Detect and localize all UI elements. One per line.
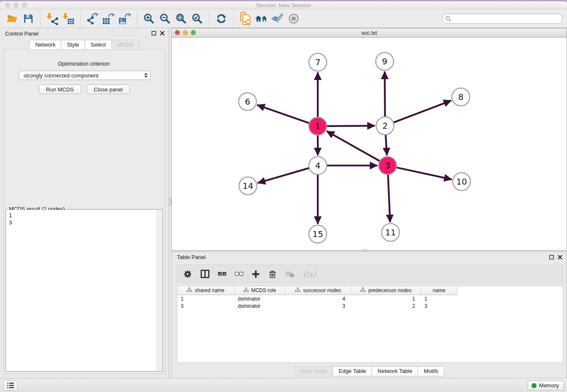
column-type-icon bbox=[360, 287, 366, 293]
mcds-result-text[interactable]: 13 bbox=[6, 210, 162, 371]
save-icon[interactable] bbox=[20, 11, 36, 27]
table-row[interactable]: 1dominator411 bbox=[177, 295, 563, 302]
graph-edge[interactable] bbox=[396, 167, 452, 179]
tab-network[interactable]: Network bbox=[29, 40, 61, 50]
column-header[interactable]: successor nodes bbox=[285, 286, 351, 295]
network-file-icon[interactable] bbox=[237, 11, 253, 27]
graph-edge[interactable] bbox=[327, 131, 380, 161]
zoom-in-icon[interactable] bbox=[141, 11, 157, 27]
add-column-icon[interactable] bbox=[252, 270, 260, 278]
zoom-fit-icon[interactable] bbox=[173, 11, 189, 27]
column-header[interactable]: MCDS role bbox=[234, 286, 285, 295]
search-field[interactable] bbox=[442, 14, 563, 24]
tab-mcds[interactable]: MCDS bbox=[111, 40, 139, 50]
table-header-row: shared nameMCDS rolesuccessor nodesprede… bbox=[177, 286, 457, 295]
tab-network-table[interactable]: Network Table bbox=[372, 366, 418, 376]
table-cell: 4 bbox=[285, 296, 351, 302]
graph-edge[interactable] bbox=[327, 126, 375, 126]
list-icon bbox=[7, 382, 14, 389]
table-cell: 3 bbox=[285, 303, 351, 309]
delete-column-icon[interactable] bbox=[268, 270, 277, 279]
table-cell: dominator bbox=[234, 303, 285, 309]
graph-node-label: 2 bbox=[383, 121, 388, 131]
graph-node-label: 9 bbox=[382, 56, 388, 66]
column-header-label: name bbox=[432, 287, 445, 293]
table-cell: 1 bbox=[351, 296, 421, 302]
task-history-button[interactable] bbox=[3, 380, 18, 391]
column-header[interactable]: predecessor nodes bbox=[351, 286, 421, 295]
export-network-icon[interactable] bbox=[85, 11, 101, 27]
select-all-checkboxes-icon[interactable] bbox=[218, 272, 226, 276]
table-row[interactable]: 3dominator323 bbox=[177, 302, 563, 309]
column-header-label: predecessor nodes bbox=[368, 287, 411, 293]
delete-table-icon[interactable] bbox=[285, 271, 295, 278]
export-table-icon[interactable] bbox=[101, 11, 117, 27]
import-network-icon[interactable] bbox=[44, 11, 61, 27]
vertical-splitter-handle[interactable] bbox=[168, 198, 171, 206]
window-title: Session: New Session bbox=[0, 2, 567, 8]
close-panel-button[interactable]: Close panel bbox=[87, 85, 130, 94]
hide-annotations-icon[interactable] bbox=[270, 11, 286, 27]
tab-motifs[interactable]: Motifs bbox=[418, 366, 444, 376]
tab-style[interactable]: Style bbox=[61, 40, 85, 50]
column-header[interactable]: shared name bbox=[177, 286, 234, 295]
graph-node-label: 8 bbox=[458, 92, 464, 102]
graph-edge[interactable] bbox=[257, 105, 310, 123]
network-window-titlebar[interactable]: ✕ − + scc.txt bbox=[172, 28, 567, 38]
application-window: Session: New Session bbox=[0, 1, 567, 392]
refresh-layout-icon[interactable] bbox=[213, 11, 229, 27]
table-cell: 1 bbox=[177, 296, 234, 302]
tab-node-table[interactable]: Node Table bbox=[294, 366, 333, 376]
tab-edge-table[interactable]: Edge Table bbox=[333, 366, 372, 376]
open-folder-icon[interactable] bbox=[4, 11, 20, 27]
memory-status-icon bbox=[531, 383, 537, 388]
optimization-criterion-select[interactable]: strongly connected component bbox=[19, 71, 151, 80]
close-panel-icon[interactable] bbox=[160, 31, 165, 36]
selected-criterion: strongly connected component bbox=[24, 72, 144, 79]
deselect-checkboxes-icon[interactable] bbox=[235, 272, 243, 276]
table-cell: dominator bbox=[234, 296, 285, 302]
graph-edge[interactable] bbox=[394, 101, 451, 123]
column-header[interactable]: name bbox=[421, 286, 457, 295]
memory-button[interactable]: Memory bbox=[528, 381, 564, 390]
table-panel: Table Panel bbox=[171, 251, 567, 379]
select-arrows-icon bbox=[144, 73, 148, 78]
mcds-result-line: 1 bbox=[9, 212, 162, 219]
node-table[interactable]: shared nameMCDS rolesuccessor nodesprede… bbox=[177, 286, 563, 363]
run-mcds-button[interactable]: Run MCDS bbox=[39, 85, 81, 94]
table-body: 1dominator4113dominator323 bbox=[177, 295, 563, 309]
search-input[interactable] bbox=[454, 16, 559, 22]
function-builder-icon[interactable]: f(x) bbox=[303, 270, 316, 279]
table-cell: 3 bbox=[177, 303, 234, 309]
tab-select[interactable]: Select bbox=[85, 40, 112, 50]
toolbar-separator bbox=[80, 11, 81, 26]
homes-icon[interactable] bbox=[253, 11, 270, 27]
graph-edge[interactable] bbox=[385, 72, 385, 117]
float-table-panel-icon[interactable] bbox=[549, 255, 554, 259]
column-header-label: MCDS role bbox=[251, 287, 276, 293]
table-cell: 3 bbox=[421, 303, 457, 309]
split-columns-icon[interactable] bbox=[201, 270, 209, 278]
graph-node-label: 4 bbox=[315, 160, 321, 171]
network-window-title: scc.txt bbox=[172, 30, 567, 36]
export-image-icon[interactable] bbox=[117, 11, 133, 27]
table-tabs: Node Table Edge Table Network Table Moti… bbox=[172, 366, 567, 376]
toolbar-separator bbox=[137, 11, 137, 26]
network-graph[interactable]: 7968124314101511 bbox=[172, 38, 567, 250]
graph-edge[interactable] bbox=[388, 174, 390, 222]
float-panel-icon[interactable] bbox=[151, 31, 156, 36]
result-scrollbar[interactable] bbox=[157, 210, 162, 371]
close-table-panel-icon[interactable] bbox=[558, 255, 562, 259]
graph-node-label: 15 bbox=[312, 229, 323, 239]
settings-gear-icon[interactable] bbox=[183, 270, 192, 279]
zoom-selected-icon[interactable] bbox=[189, 11, 205, 27]
show-graphics-details-icon[interactable] bbox=[286, 11, 302, 27]
status-bar: Memory bbox=[0, 378, 567, 392]
zoom-out-icon[interactable] bbox=[157, 11, 173, 27]
graph-node-label: 1 bbox=[315, 121, 321, 131]
column-type-icon bbox=[295, 287, 300, 293]
import-table-icon[interactable] bbox=[61, 11, 77, 27]
search-icon bbox=[446, 16, 451, 22]
graph-edge[interactable] bbox=[258, 168, 309, 183]
graph-edge[interactable] bbox=[385, 135, 387, 155]
